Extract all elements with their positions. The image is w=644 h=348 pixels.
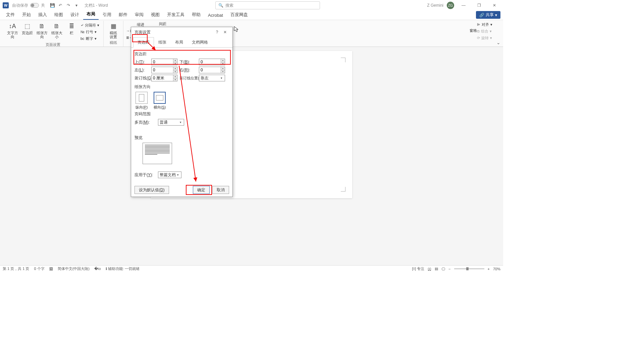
breaks-button[interactable]: ⤶分隔符 ▾ xyxy=(79,22,101,28)
undo-icon[interactable]: ↶ xyxy=(56,1,64,9)
zoom-out-icon[interactable]: − xyxy=(448,267,450,271)
rotate-button[interactable]: ⟳旋转 ▾ xyxy=(476,35,494,41)
margin-left-label: 左(L): xyxy=(135,67,149,73)
ribbon-collapse-icon[interactable]: ⌄ xyxy=(496,40,500,45)
search-placeholder: 搜索 xyxy=(225,3,233,8)
autosave-state: 关 xyxy=(41,3,45,8)
tab-file[interactable]: 文件 xyxy=(3,10,18,20)
tab-review[interactable]: 审阅 xyxy=(131,10,147,20)
group-objects-button[interactable]: ⧉组合 ▾ xyxy=(476,28,494,34)
autosave-toggle[interactable]: 自动保存 关 xyxy=(12,3,45,8)
close-icon[interactable]: ✕ xyxy=(488,1,500,9)
status-a11y[interactable]: ℹ 辅助功能: 一切就绪 xyxy=(106,266,140,271)
tab-draw[interactable]: 绘图 xyxy=(51,10,66,20)
minimize-icon[interactable]: — xyxy=(458,1,470,9)
tab-home[interactable]: 开始 xyxy=(19,10,34,20)
toggle-icon xyxy=(30,3,39,8)
margin-right-label: 右(R): xyxy=(179,67,197,73)
preview-section-label: 预览 xyxy=(135,135,229,141)
tab-design[interactable]: 设计 xyxy=(67,10,83,20)
line-numbers-button[interactable]: №行号 ▾ xyxy=(79,29,101,35)
size-icon: 🗎 xyxy=(53,22,61,30)
orientation-button[interactable]: 🗎纸张方向 xyxy=(35,21,49,40)
portrait-icon xyxy=(136,92,148,104)
apply-to-combo[interactable]: 整篇文档 xyxy=(158,171,181,178)
hyphenation-button[interactable]: bc断字 ▾ xyxy=(79,36,101,42)
read-mode-icon[interactable]: 🕮 xyxy=(428,267,431,271)
manuscript-button[interactable]: ▦稿纸 设置 xyxy=(106,21,120,40)
landscape-button[interactable]: 横向(S) xyxy=(153,92,167,110)
page-setup-dialog: 页面设置 ? ✕ 页边距 纸张 布局 文档网格 页边距 上(T): ▲▼ 下(B… xyxy=(131,27,233,197)
zoom-slider[interactable] xyxy=(454,268,484,269)
dialog-tab-layout[interactable]: 布局 xyxy=(171,37,187,48)
spinner-icon[interactable]: ▲▼ xyxy=(173,59,177,65)
dialog-title: 页面设置 xyxy=(135,29,151,35)
text-direction-icon: ↕A xyxy=(8,22,16,30)
margin-top-label: 上(T): xyxy=(135,59,149,65)
status-language[interactable]: 简体中文(中国大陆) xyxy=(58,266,90,271)
selection-pane-label[interactable]: 窗格 xyxy=(470,28,477,33)
cancel-button[interactable]: 取消 xyxy=(212,186,229,194)
zoom-level[interactable]: 70% xyxy=(493,267,500,271)
tab-baidu[interactable]: 百度网盘 xyxy=(227,10,251,20)
status-words[interactable]: 0 个字 xyxy=(34,266,44,271)
status-page[interactable]: 第 1 页，共 1 页 xyxy=(3,266,29,271)
tab-layout[interactable]: 布局 xyxy=(83,10,99,20)
qat-dropdown-icon[interactable]: ▾ xyxy=(72,1,80,9)
document-area xyxy=(0,47,503,265)
tab-help[interactable]: 帮助 xyxy=(189,10,204,20)
set-default-button[interactable]: 设为默认值(D) xyxy=(135,186,169,194)
spinner-icon[interactable]: ▲▼ xyxy=(173,67,177,73)
margins-button[interactable]: ⬚页边距 xyxy=(20,21,34,36)
pages-section-label: 页码范围 xyxy=(135,111,229,117)
text-predict-icon[interactable]: 🖽 xyxy=(49,267,53,271)
tab-mailings[interactable]: 邮件 xyxy=(115,10,131,20)
manuscript-icon: ▦ xyxy=(109,22,117,30)
tab-view[interactable]: 视图 xyxy=(148,10,163,20)
tab-references[interactable]: 引用 xyxy=(99,10,115,20)
tab-insert[interactable]: 插入 xyxy=(35,10,50,20)
margins-icon: ⬚ xyxy=(23,22,31,30)
tab-developer[interactable]: 开发工具 xyxy=(164,10,188,20)
autosave-label: 自动保存 xyxy=(12,3,28,8)
tab-acrobat[interactable]: Acrobat xyxy=(205,11,226,20)
focus-button[interactable]: [◊] 专注 xyxy=(412,266,424,271)
align-button[interactable]: ⊫对齐 ▾ xyxy=(476,21,494,27)
text-direction-button[interactable]: ↕A文字方向 xyxy=(5,21,19,40)
dialog-help-icon[interactable]: ? xyxy=(213,30,221,34)
dialog-tab-paper[interactable]: 纸张 xyxy=(154,37,171,48)
gutter-pos-combo[interactable]: 靠左 xyxy=(199,75,225,81)
print-layout-icon[interactable]: ▤ xyxy=(435,267,438,271)
crop-mark-icon xyxy=(341,187,345,192)
spinner-icon[interactable]: ▲▼ xyxy=(173,75,177,81)
doc-title: 文档1 - Word xyxy=(85,3,108,8)
gutter-label: 装订线(G): xyxy=(135,75,149,81)
group-page-setup: ↕A文字方向 ⬚页边距 🗎纸张方向 🗎纸张大小 ≣栏 ⤶分隔符 ▾ №行号 ▾ … xyxy=(3,21,104,47)
save-icon[interactable]: 💾 xyxy=(48,1,56,9)
redo-icon[interactable]: ↷ xyxy=(64,1,72,9)
web-layout-icon[interactable]: 🖵 xyxy=(441,267,445,271)
spinner-icon[interactable]: ▲▼ xyxy=(221,59,225,65)
ribbon-tabs: 文件 开始 插入 绘图 设计 布局 引用 邮件 审阅 视图 开发工具 帮助 Ac… xyxy=(0,11,503,20)
user-name[interactable]: Z Gemini xyxy=(427,3,443,8)
statusbar: 第 1 页，共 1 页 0 个字 🖽 简体中文(中国大陆) �io ℹ 辅助功能… xyxy=(0,265,503,272)
avatar[interactable]: ZG xyxy=(447,2,454,9)
display-settings-icon[interactable]: �io xyxy=(94,267,101,271)
share-button[interactable]: 🔗 共享 ▾ xyxy=(476,11,500,19)
titlebar: W 自动保存 关 💾 ↶ ↷ ▾ 文档1 - Word 🔍 搜索 Z Gemin… xyxy=(0,0,503,11)
dialog-close-icon[interactable]: ✕ xyxy=(221,30,229,34)
dialog-tab-margins[interactable]: 页边距 xyxy=(133,37,154,48)
ok-button[interactable]: 确定 xyxy=(193,186,210,194)
orientation-icon: 🗎 xyxy=(38,22,46,30)
spinner-icon[interactable]: ▲▼ xyxy=(221,67,225,73)
section-margins-label: 页边距 xyxy=(135,51,229,57)
portrait-button[interactable]: 纵向(P) xyxy=(135,92,149,110)
search-input[interactable]: 🔍 搜索 xyxy=(215,1,320,9)
apply-to-label: 应用于(Y): xyxy=(135,172,155,178)
restore-icon[interactable]: ❐ xyxy=(473,1,485,9)
columns-button[interactable]: ≣栏 xyxy=(64,21,78,36)
dialog-tab-grid[interactable]: 文档网格 xyxy=(187,37,212,48)
multi-pages-combo[interactable]: 普通 xyxy=(158,119,184,126)
zoom-in-icon[interactable]: + xyxy=(488,267,490,271)
size-button[interactable]: 🗎纸张大小 xyxy=(50,21,64,40)
